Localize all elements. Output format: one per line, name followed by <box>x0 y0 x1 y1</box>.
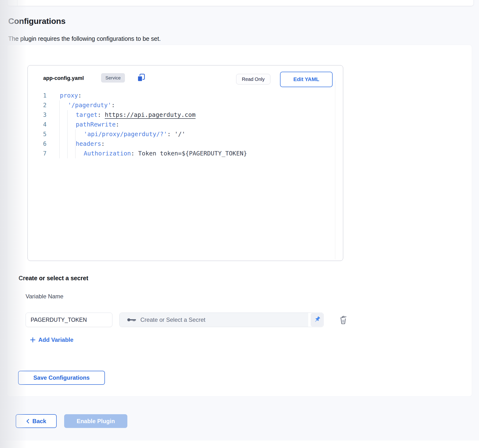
code-line: 6headers: <box>28 139 335 149</box>
trash-icon[interactable] <box>337 314 349 326</box>
line-number: 2 <box>28 100 47 110</box>
code-line: 5'api/proxy/pagerduty/?': '/' <box>28 129 335 139</box>
line-number: 4 <box>28 120 47 129</box>
code-line: 2'/pagerduty': <box>28 100 335 110</box>
code-line: 3target: https://api.pagerduty.com <box>28 110 335 120</box>
previous-card-fragment <box>7 0 474 6</box>
top-card-divider <box>17 0 17 6</box>
save-configurations-button[interactable]: Save Configurations <box>18 371 105 385</box>
copy-icon-glyph <box>137 73 145 82</box>
key-icon <box>127 317 136 323</box>
secret-section-title: Create or select a secret <box>19 275 88 282</box>
pin-icon[interactable] <box>311 313 323 327</box>
yaml-editor-card: app-config.yaml Service Read Only Edit Y… <box>27 65 343 261</box>
yaml-code-editor[interactable]: 1proxy:2'/pagerduty':3target: https://ap… <box>28 91 335 158</box>
pin-icon-glyph <box>313 316 321 323</box>
trash-icon-glyph <box>338 315 348 325</box>
add-variable-button[interactable]: Add Variable <box>30 336 73 343</box>
line-number: 7 <box>28 149 47 158</box>
line-number: 5 <box>28 129 47 139</box>
copy-icon[interactable] <box>137 73 145 83</box>
variable-name-label: Variable Name <box>26 293 63 300</box>
page-title: Configurations <box>8 16 66 26</box>
service-badge: Service <box>101 73 125 83</box>
chevron-left-icon <box>26 419 29 424</box>
editor-scrollbar-gutter[interactable] <box>335 80 335 259</box>
enable-plugin-button[interactable]: Enable Plugin <box>64 414 127 428</box>
secret-select-placeholder: Create or Select a Secret <box>140 316 205 323</box>
page-subtitle: The plugin requires the following config… <box>8 35 161 42</box>
line-number: 3 <box>28 110 47 120</box>
code-line: 1proxy: <box>28 91 335 100</box>
secret-select-main[interactable]: Create or Select a Secret <box>120 313 308 327</box>
line-number: 1 <box>28 91 47 100</box>
secret-select[interactable]: Create or Select a Secret <box>119 313 324 327</box>
edit-yaml-button[interactable]: Edit YAML <box>280 72 333 87</box>
add-variable-label: Add Variable <box>38 336 73 343</box>
secret-select-divider <box>308 313 310 327</box>
code-line: 4pathRewrite: <box>28 120 335 129</box>
plus-icon <box>30 337 35 343</box>
configurations-card: app-config.yaml Service Read Only Edit Y… <box>7 45 472 396</box>
line-number: 6 <box>28 139 47 149</box>
back-button[interactable]: Back <box>16 414 57 428</box>
code-line: 7Authorization: Token token=${PAGERDUTY_… <box>28 149 335 158</box>
variable-name-input[interactable] <box>26 313 112 327</box>
read-only-badge: Read Only <box>236 74 270 84</box>
back-button-label: Back <box>32 418 46 425</box>
yaml-filename: app-config.yaml <box>43 75 84 81</box>
